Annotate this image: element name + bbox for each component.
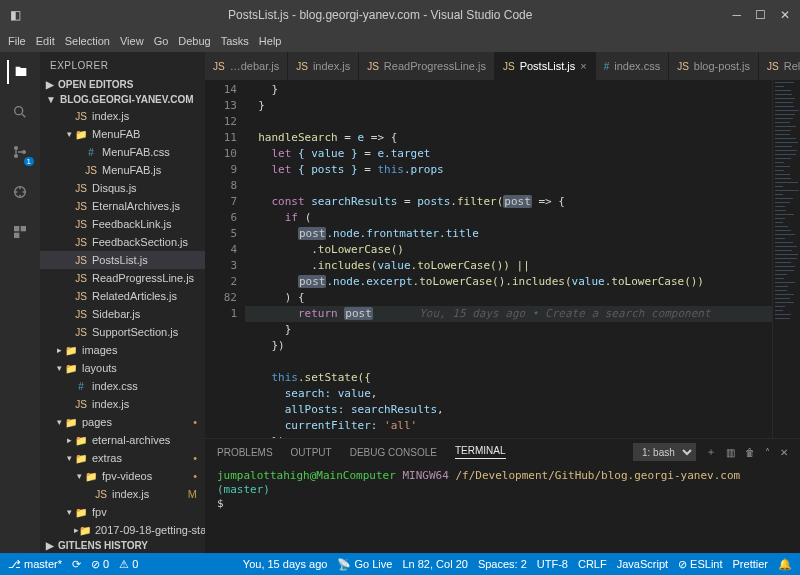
- maximize-icon[interactable]: ☐: [755, 8, 766, 22]
- menu-edit[interactable]: Edit: [36, 35, 55, 47]
- status-indent[interactable]: Spaces: 2: [478, 558, 527, 571]
- editor-tab[interactable]: JSblog-post.js: [669, 52, 759, 80]
- tree-item[interactable]: JSSidebar.js: [40, 305, 205, 323]
- tree-item[interactable]: JSEternalArchives.js: [40, 197, 205, 215]
- menu-go[interactable]: Go: [154, 35, 169, 47]
- tree-item[interactable]: ▾📁layouts: [40, 359, 205, 377]
- tree-item[interactable]: ▾📁MenuFAB: [40, 125, 205, 143]
- tree-item[interactable]: JSindex.js: [40, 395, 205, 413]
- activity-bar: 1: [0, 52, 40, 553]
- status-prettier[interactable]: Prettier: [733, 558, 768, 571]
- window-title: PostsList.js - blog.georgi-yanev.com - V…: [28, 8, 732, 22]
- sidebar: EXPLORER ▶OPEN EDITORS ▼BLOG.GEORGI-YANE…: [40, 52, 205, 553]
- split-terminal-icon[interactable]: ▥: [726, 447, 735, 458]
- panel-tab-debug-console[interactable]: DEBUG CONSOLE: [350, 447, 437, 458]
- minimize-icon[interactable]: ─: [732, 8, 741, 22]
- status-eol[interactable]: CRLF: [578, 558, 607, 571]
- svg-point-1: [14, 146, 18, 150]
- vscode-logo-icon: ◧: [10, 8, 28, 22]
- tree-item[interactable]: JSPostsList.js: [40, 251, 205, 269]
- line-gutter: 141312111098765432821: [205, 80, 245, 438]
- status-sync[interactable]: ⟳: [72, 558, 81, 571]
- editor-tab[interactable]: JS…debar.js: [205, 52, 288, 80]
- svg-rect-5: [14, 226, 19, 231]
- menu-debug[interactable]: Debug: [178, 35, 210, 47]
- editor-area: JS…debar.jsJSindex.jsJSReadProgressLine.…: [205, 52, 800, 553]
- status-blame[interactable]: You, 15 days ago: [243, 558, 328, 571]
- code-content[interactable]: } } handleSearch = e => { let { value } …: [245, 80, 772, 438]
- maximize-panel-icon[interactable]: ˄: [765, 447, 770, 458]
- scm-icon[interactable]: 1: [8, 140, 32, 164]
- svg-rect-6: [21, 226, 26, 231]
- section-project[interactable]: ▼BLOG.GEORGI-YANEV.COM: [40, 92, 205, 107]
- panel-tabs: PROBLEMSOUTPUTDEBUG CONSOLETERMINAL 1: b…: [205, 439, 800, 465]
- terminal-select[interactable]: 1: bash: [633, 443, 696, 461]
- panel-tab-terminal[interactable]: TERMINAL: [455, 445, 506, 459]
- status-golive[interactable]: 📡 Go Live: [337, 558, 392, 571]
- debug-icon[interactable]: [8, 180, 32, 204]
- tree-item[interactable]: JSMenuFAB.js: [40, 161, 205, 179]
- status-warnings[interactable]: ⚠ 0: [119, 558, 138, 571]
- svg-point-3: [22, 150, 26, 154]
- tree-item[interactable]: ▾📁extras•: [40, 449, 205, 467]
- status-position[interactable]: Ln 82, Col 20: [402, 558, 467, 571]
- editor-tab[interactable]: JSReadProgressLine.js: [359, 52, 495, 80]
- status-branch[interactable]: ⎇ master*: [8, 558, 62, 571]
- sidebar-title: EXPLORER: [40, 52, 205, 77]
- svg-point-2: [14, 154, 18, 158]
- new-terminal-icon[interactable]: ＋: [706, 445, 716, 459]
- tree-item[interactable]: JSindex.js: [40, 107, 205, 125]
- close-icon[interactable]: ✕: [780, 8, 790, 22]
- menu-view[interactable]: View: [120, 35, 144, 47]
- tree-item[interactable]: ▾📁fpv-videos•: [40, 467, 205, 485]
- tree-item[interactable]: #MenuFAB.css: [40, 143, 205, 161]
- tree-item[interactable]: JSFeedbackLink.js: [40, 215, 205, 233]
- tree-item[interactable]: ▸📁2017-09-18-getting-started-…: [40, 521, 205, 538]
- tree-item[interactable]: JSSupportSection.js: [40, 323, 205, 341]
- tree-item[interactable]: ▾📁pages•: [40, 413, 205, 431]
- terminal[interactable]: jumpalottahigh@MainComputer MINGW64 /f/D…: [205, 465, 800, 553]
- status-language[interactable]: JavaScript: [617, 558, 668, 571]
- section-open-editors[interactable]: ▶OPEN EDITORS: [40, 77, 205, 92]
- status-eslint[interactable]: ⊘ ESLint: [678, 558, 722, 571]
- close-panel-icon[interactable]: ✕: [780, 447, 788, 458]
- svg-point-0: [15, 107, 23, 115]
- tree-item[interactable]: JSFeedbackSection.js: [40, 233, 205, 251]
- tab-close-icon[interactable]: ×: [580, 60, 586, 72]
- menubar: FileEditSelectionViewGoDebugTasksHelp: [0, 30, 800, 52]
- status-encoding[interactable]: UTF-8: [537, 558, 568, 571]
- tree-item[interactable]: ▾📁fpv: [40, 503, 205, 521]
- editor-tabs: JS…debar.jsJSindex.jsJSReadProgressLine.…: [205, 52, 800, 80]
- search-icon[interactable]: [8, 100, 32, 124]
- menu-file[interactable]: File: [8, 35, 26, 47]
- editor-tab[interactable]: JSRelat…: [759, 52, 800, 80]
- tree-item[interactable]: JSRelatedArticles.js: [40, 287, 205, 305]
- explorer-icon[interactable]: [7, 60, 31, 84]
- extensions-icon[interactable]: [8, 220, 32, 244]
- menu-help[interactable]: Help: [259, 35, 282, 47]
- tree-item[interactable]: JSDisqus.js: [40, 179, 205, 197]
- editor-body[interactable]: 141312111098765432821 } } handleSearch =…: [205, 80, 800, 438]
- tree-item[interactable]: ▸📁images: [40, 341, 205, 359]
- editor-tab[interactable]: #index.css: [596, 52, 669, 80]
- panel-tab-problems[interactable]: PROBLEMS: [217, 447, 273, 458]
- tree-item[interactable]: JSReadProgressLine.js: [40, 269, 205, 287]
- tree-item[interactable]: ▸📁eternal-archives: [40, 431, 205, 449]
- editor-tab[interactable]: JSPostsList.js×: [495, 52, 596, 80]
- panel-tab-output[interactable]: OUTPUT: [291, 447, 332, 458]
- panel: PROBLEMSOUTPUTDEBUG CONSOLETERMINAL 1: b…: [205, 438, 800, 553]
- editor-tab[interactable]: JSindex.js: [288, 52, 359, 80]
- status-bar: ⎇ master* ⟳ ⊘ 0 ⚠ 0 You, 15 days ago 📡 G…: [0, 553, 800, 575]
- status-errors[interactable]: ⊘ 0: [91, 558, 109, 571]
- kill-terminal-icon[interactable]: 🗑: [745, 447, 755, 458]
- section-gitlens[interactable]: ▶GITLENS HISTORY: [40, 538, 205, 553]
- menu-tasks[interactable]: Tasks: [221, 35, 249, 47]
- minimap[interactable]: [772, 80, 800, 438]
- tree-item[interactable]: #index.css: [40, 377, 205, 395]
- titlebar: ◧ PostsList.js - blog.georgi-yanev.com -…: [0, 0, 800, 30]
- menu-selection[interactable]: Selection: [65, 35, 110, 47]
- file-tree: JSindex.js▾📁MenuFAB#MenuFAB.cssJSMenuFAB…: [40, 107, 205, 538]
- status-bell-icon[interactable]: 🔔: [778, 558, 792, 571]
- tree-item[interactable]: JSindex.jsM: [40, 485, 205, 503]
- svg-rect-7: [14, 233, 19, 238]
